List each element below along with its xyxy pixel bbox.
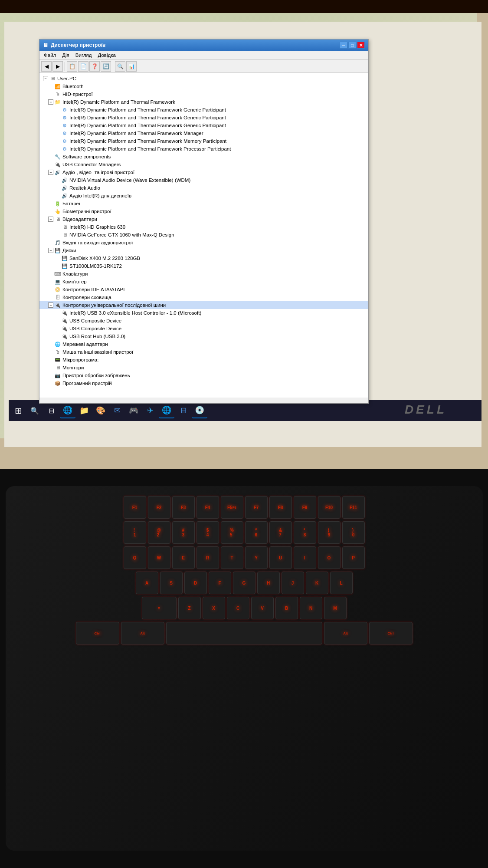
key-j[interactable]: J — [282, 572, 304, 594]
tree-item-thermal-3[interactable]: ⚙ Intel(R) Dynamic Platform and Thermal … — [39, 122, 368, 129]
key-3[interactable]: #3 — [172, 521, 195, 544]
key-f5[interactable]: F5F6 — [221, 496, 243, 519]
key-6[interactable]: ^6 — [245, 521, 268, 544]
expand-audio[interactable]: − — [48, 170, 53, 175]
expand-intel-thermal[interactable]: − — [48, 99, 53, 105]
key-m[interactable]: M — [324, 597, 347, 619]
maximize-button[interactable]: □ — [348, 42, 356, 49]
close-button[interactable]: ✕ — [357, 42, 365, 49]
key-u[interactable]: U — [269, 546, 292, 569]
menu-help[interactable]: Довідка — [95, 52, 118, 59]
expand-video[interactable]: − — [48, 217, 53, 222]
tree-item-biometric[interactable]: 👆 Біометричні пристрої — [39, 207, 368, 215]
update-button[interactable]: 🔄 — [101, 61, 111, 72]
key-alt[interactable]: Alt — [121, 622, 164, 644]
key-n[interactable]: N — [300, 597, 322, 619]
key-y[interactable]: Y — [245, 546, 268, 569]
tree-item-thermal-2[interactable]: ⚙ Intel(R) Dynamic Platform and Thermal … — [39, 114, 368, 122]
tree-item-battery[interactable]: 🔋 Батареї — [39, 200, 368, 207]
key-f[interactable]: F — [209, 572, 231, 594]
key-t[interactable]: T — [221, 546, 243, 569]
tree-item-usb-ctrl[interactable]: − 🔌 Контролери універсальної послідовної… — [39, 301, 368, 309]
tree-item-storage[interactable]: 🗄 Контролери сховища — [39, 293, 368, 301]
tree-item-usb-connector[interactable]: 🔌 USB Connector Managers — [39, 161, 368, 168]
tree-item-nvidia-audio[interactable]: 🔊 NVIDIA Virtual Audio Device (Wave Exte… — [39, 176, 368, 184]
key-7[interactable]: &7 — [269, 521, 292, 544]
telegram-icon[interactable]: ✈ — [142, 403, 158, 418]
key-9[interactable]: (9 — [318, 521, 341, 544]
key-f3[interactable]: F3 — [172, 496, 195, 519]
tree-item-thermal-4[interactable]: ⚙ Intel(R) Dynamic Platform and Thermal … — [39, 129, 368, 137]
key-i[interactable]: I — [294, 546, 316, 569]
key-f1[interactable]: F1 — [124, 496, 146, 519]
key-z[interactable]: Z — [178, 597, 201, 619]
show-hidden-button[interactable]: 📋 — [67, 61, 77, 72]
menu-view[interactable]: Вигляд — [73, 52, 95, 59]
tree-item-intel-audio[interactable]: 🔊 Аудіо Intel(R) для дисплеїв — [39, 192, 368, 200]
key-a[interactable]: A — [136, 572, 158, 594]
tree-item-intel-usb[interactable]: 🔌 Intel(R) USB 3.0 eXtensible Host Contr… — [39, 309, 368, 317]
key-g[interactable]: G — [233, 572, 255, 594]
tree-item-firmware[interactable]: 📟 Мікропрограма: — [39, 356, 368, 364]
tree-item-software-dev[interactable]: 📦 Програмний пристрій — [39, 379, 368, 387]
expand-disk[interactable]: − — [48, 248, 53, 253]
tree-item-st1000[interactable]: 💾 ST1000LM035-1RK172 — [39, 262, 368, 270]
key-ctrl[interactable]: Ctrl — [76, 622, 119, 644]
key-q[interactable]: Q — [124, 546, 146, 569]
tree-item-bluetooth[interactable]: 📶 Bluetooth — [39, 82, 368, 90]
tree-item-mouse[interactable]: 🖱 Миша та інші вказівні пристрої — [39, 348, 368, 356]
tree-item-usb-composite-1[interactable]: 🔌 USB Composite Device — [39, 317, 368, 325]
key-5[interactable]: %5 — [221, 521, 243, 544]
key-s[interactable]: S — [160, 572, 183, 594]
tree-item-thermal-6[interactable]: ⚙ Intel(R) Dynamic Platform and Thermal … — [39, 145, 368, 153]
key-f4[interactable]: F4 — [197, 496, 219, 519]
key-f7[interactable]: F8 — [269, 496, 292, 519]
key-b[interactable]: B — [275, 597, 298, 619]
help-button[interactable]: ❓ — [89, 61, 100, 72]
tree-item-disk[interactable]: − 💾 Диски — [39, 247, 368, 254]
tree-item-audio-output[interactable]: 🎵 Вхідні та вихідні аудіопристрої — [39, 239, 368, 247]
tree-item-keyboard[interactable]: ⌨ Клавіатури — [39, 270, 368, 278]
tree-item-hid[interactable]: 🖱 HID-пристрої — [39, 90, 368, 98]
key-w[interactable]: W — [148, 546, 170, 569]
tree-item-thermal-1[interactable]: ⚙ Intel(R) Dynamic Platform and Thermal … — [39, 106, 368, 114]
key-o[interactable]: O — [318, 546, 341, 569]
paint-icon[interactable]: 🎨 — [93, 403, 108, 418]
key-2[interactable]: @2 — [148, 521, 170, 544]
tree-item-ide[interactable]: 📀 Контролери IDE ATA/ATAPI — [39, 286, 368, 293]
key-0[interactable]: )0 — [342, 521, 365, 544]
key-f9[interactable]: F10 — [318, 496, 341, 519]
key-e[interactable]: E — [172, 546, 195, 569]
task-view-button[interactable]: ⊟ — [43, 403, 59, 418]
explorer-icon[interactable]: 📁 — [76, 403, 92, 418]
device-mgr-icon[interactable]: 💿 — [192, 403, 207, 418]
key-p[interactable]: P — [342, 546, 365, 569]
edge-icon[interactable]: 🌐 — [60, 403, 75, 418]
tree-item-software-components[interactable]: 🔧 Software components — [39, 153, 368, 161]
tree-item-usb-composite-2[interactable]: 🔌 USB Composite Device — [39, 325, 368, 332]
key-space[interactable] — [166, 622, 322, 644]
search-button[interactable]: 🔍 — [27, 403, 43, 418]
key-h[interactable]: H — [257, 572, 280, 594]
key-f8[interactable]: F9 — [294, 496, 316, 519]
expand-user-pc[interactable]: − — [43, 76, 48, 81]
tree-item-nvidia-gtx[interactable]: 🖥 NVIDIA GeForce GTX 1060 with Max-Q Des… — [39, 231, 368, 239]
back-button[interactable]: ◀ — [41, 61, 52, 72]
tree-item-intel-thermal[interactable]: − 📁 Intel(R) Dynamic Platform and Therma… — [39, 98, 368, 106]
tree-item-monitors[interactable]: 🖥 Монітори — [39, 364, 368, 372]
tree-item-usb-root[interactable]: 🔌 USB Root Hub (USB 3.0) — [39, 332, 368, 340]
key-v[interactable]: V — [251, 597, 274, 619]
tree-item-network[interactable]: 🌐 Мережеві адаптери — [39, 340, 368, 348]
key-d[interactable]: D — [184, 572, 207, 594]
tree-item-audio[interactable]: − 🔊 Аудіо-, відео- та ігрові пристрої — [39, 168, 368, 176]
key-f10[interactable]: F11 — [342, 496, 365, 519]
tree-item-realtek[interactable]: 🔊 Realtek Audio — [39, 184, 368, 192]
start-button[interactable]: ⊞ — [10, 403, 26, 418]
key-k[interactable]: K — [306, 572, 328, 594]
key-x[interactable]: X — [203, 597, 225, 619]
minimize-button[interactable]: ─ — [340, 42, 347, 49]
key-ctrl-right[interactable]: Ctrl — [369, 622, 413, 644]
key-1[interactable]: !1 — [124, 521, 146, 544]
mail-icon[interactable]: ✉ — [109, 403, 125, 418]
tree-item-video[interactable]: − 🖥 Відеоадаптери — [39, 215, 368, 223]
